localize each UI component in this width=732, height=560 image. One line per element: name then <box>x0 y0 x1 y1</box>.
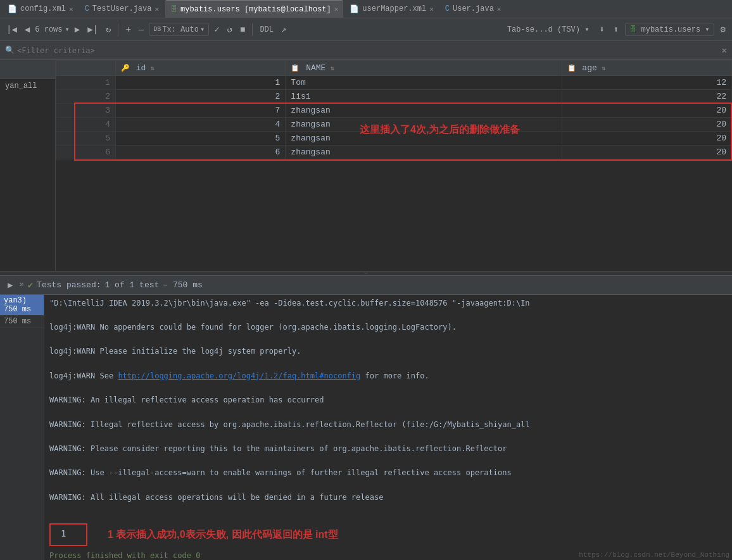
close-icon-5[interactable]: ✕ <box>497 5 502 13</box>
db-icon: 🗄 <box>170 5 177 13</box>
first-page-button[interactable]: |◀ <box>4 23 20 36</box>
next-page-button[interactable]: ▶ <box>72 23 82 36</box>
settings-button[interactable]: ⚙ <box>718 23 728 36</box>
table-row[interactable]: 1 1 Tom 12 <box>56 76 732 90</box>
log4j-link[interactable]: http://logging.apache.org/log4j/1.2/faq.… <box>118 371 360 380</box>
divider-1 <box>118 23 118 36</box>
age-cell: 22 <box>562 90 731 104</box>
name-cell: lisi <box>286 90 562 104</box>
row-num-cell: 6 <box>56 146 116 159</box>
id-col-icon: 🔑 <box>121 65 130 72</box>
sort-icon-id[interactable]: ⇅ <box>151 65 155 72</box>
annotation-top: 这里插入了4次,为之后的删除做准备 <box>360 123 520 137</box>
test-status: Tests passed: <box>37 280 101 290</box>
sort-icon-age[interactable]: ⇅ <box>602 65 606 72</box>
annotation-bottom: 1 表示插入成功,0表示失败, 因此代码返回的是 int型 <box>103 526 343 544</box>
row-num-cell: 1 <box>56 76 116 90</box>
result-value-box: 1 <box>49 523 87 546</box>
xml-icon-2: 📄 <box>350 4 359 14</box>
filter-bar: 🔍 ✕ <box>0 41 732 60</box>
close-icon[interactable]: ✕ <box>69 5 73 13</box>
tx-dropdown[interactable]: DB Tx: Auto ▾ <box>149 23 209 36</box>
db-icon-small: DB <box>153 26 161 33</box>
export-button[interactable]: ↗ <box>279 23 289 36</box>
upload-button[interactable]: ⬆ <box>611 23 621 36</box>
download-button[interactable]: ⬇ <box>596 23 607 36</box>
data-table: 🔑 id ⇅ 📋 NAME ⇅ 📋 age <box>56 60 732 159</box>
console-area: yan3) 750 ms 750 ms "D:\IntelliJ IDEA 20… <box>0 295 732 560</box>
table-row[interactable]: 2 2 lisi 22 <box>56 90 732 104</box>
close-icon-2[interactable]: ✕ <box>155 5 159 13</box>
console-line: "D:\IntelliJ IDEA 2019.3.2\jbr\bin\java.… <box>49 297 727 309</box>
row-num-cell: 3 <box>56 104 116 118</box>
refresh-button[interactable]: ↻ <box>103 23 113 36</box>
console-line: log4j:WARN See http://logging.apache.org… <box>49 370 727 382</box>
id-cell: 7 <box>115 104 285 118</box>
table-header-row: 🔑 id ⇅ 📋 NAME ⇅ 📋 age <box>56 61 732 76</box>
id-cell: 2 <box>115 90 285 104</box>
table-row[interactable]: 6 6 zhangsan 20 <box>56 146 732 159</box>
minus-row-button[interactable]: — <box>136 23 146 36</box>
xml-icon: 📄 <box>8 4 17 14</box>
console-line: log4j:WARN No appenders could be found f… <box>49 321 727 333</box>
name-cell: Tom <box>286 76 562 90</box>
th-name[interactable]: 📋 NAME ⇅ <box>286 61 562 76</box>
tab-testuser[interactable]: C TestUser.java ✕ <box>80 0 164 18</box>
age-cell: 20 <box>562 146 731 159</box>
rollback-button[interactable]: ↺ <box>225 23 235 36</box>
sidebar-item-yan-all[interactable]: yan_all <box>0 79 55 93</box>
th-age[interactable]: 📋 age ⇅ <box>562 61 731 76</box>
divider-2 <box>252 23 253 36</box>
tab-mybatis-users[interactable]: 🗄 mybatis.users [mybatis@localhost] ✕ <box>165 0 343 18</box>
console-sidebar: yan3) 750 ms 750 ms <box>0 295 44 560</box>
close-icon-4[interactable]: ✕ <box>429 5 434 13</box>
name-cell: zhangsan <box>286 104 562 118</box>
console-line: WARNING: All illegal access operations w… <box>49 492 727 504</box>
schema-icon: 🗄 <box>629 26 636 34</box>
java-icon-2: C <box>445 4 450 13</box>
filter-close-button[interactable]: ✕ <box>722 45 727 56</box>
name-col-icon: 📋 <box>291 65 300 72</box>
ddl-button[interactable]: DDL <box>257 24 276 35</box>
console-line: WARNING: Illegal reflective access by or… <box>49 419 727 431</box>
age-cell: 20 <box>562 118 731 132</box>
console-line: log4j:WARN Please initialize the log4j s… <box>49 345 727 358</box>
add-row-button[interactable]: + <box>123 23 133 36</box>
filter-input[interactable] <box>17 46 719 55</box>
sort-icon-name[interactable]: ⇅ <box>331 65 334 72</box>
tsv-dropdown[interactable]: Tab-se...d (TSV) ▾ <box>503 23 593 35</box>
db-toolbar: |◀ ◀ 6 rows ▾ ▶ ▶| ↻ + — DB Tx: Auto ▾ ✓… <box>0 18 732 41</box>
tab-usermapper[interactable]: 📄 userMapper.xml ✕ <box>344 0 438 18</box>
java-icon: C <box>85 4 89 13</box>
tab-bar: 📄 config.xml ✕ C TestUser.java ✕ 🗄 mybat… <box>0 0 732 18</box>
console-item-2[interactable]: 750 ms <box>0 316 44 328</box>
close-icon-3[interactable]: ✕ <box>334 5 339 13</box>
panel-divider[interactable]: ⋯ <box>0 271 732 276</box>
last-page-button[interactable]: ▶| <box>85 23 101 36</box>
id-cell: 1 <box>115 76 285 90</box>
age-cell: 20 <box>562 104 731 118</box>
tab-user[interactable]: C User.java ✕ <box>440 0 507 18</box>
data-table-wrapper: 🔑 id ⇅ 📋 NAME ⇅ 📋 age <box>56 60 732 271</box>
console-item-1[interactable]: yan3) 750 ms <box>0 295 44 316</box>
commit-button[interactable]: ✓ <box>211 23 222 36</box>
console-line: WARNING: An illegal reflective access op… <box>49 394 727 406</box>
row-num-cell: 2 <box>56 90 116 104</box>
schema-dropdown[interactable]: 🗄 mybatis.users ▾ <box>625 23 714 36</box>
prev-page-button[interactable]: ◀ <box>22 23 32 36</box>
tab-config[interactable]: 📄 config.xml ✕ <box>3 0 79 18</box>
row-num-cell: 4 <box>56 118 116 132</box>
test-check-icon: ✔ <box>28 280 33 290</box>
name-cell: zhangsan <box>286 146 562 159</box>
th-id[interactable]: 🔑 id ⇅ <box>115 61 285 76</box>
toolbar-right: Tab-se...d (TSV) ▾ ⬇ ⬆ 🗄 mybatis.users ▾… <box>503 23 728 36</box>
test-bar: ▶ » ✔ Tests passed: 1 of 1 test – 750 ms <box>0 276 732 295</box>
stop-button[interactable]: ■ <box>237 23 248 36</box>
watermark: https://blog.csdn.net/Beyond_Nothing <box>579 551 729 559</box>
double-arrow-icon: » <box>19 280 23 289</box>
console-line: WARNING: Please consider reporting this … <box>49 443 727 455</box>
id-cell: 4 <box>115 118 285 132</box>
age-cell: 20 <box>562 132 731 146</box>
table-row[interactable]: 3 7 zhangsan 20 <box>56 104 732 118</box>
console-icon[interactable]: ▶ <box>5 278 15 292</box>
